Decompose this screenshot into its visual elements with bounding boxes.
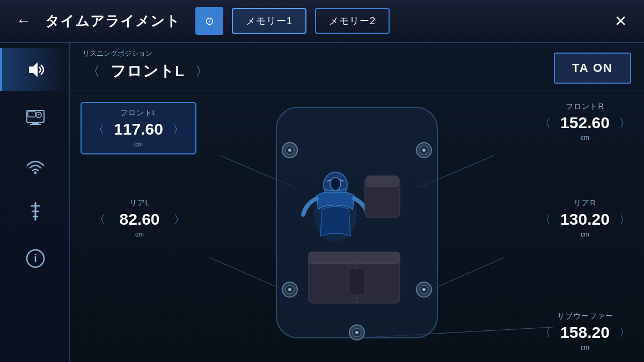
front-l-increase[interactable]: 〉 xyxy=(170,121,187,138)
front-l-decrease[interactable]: 〈 xyxy=(90,121,107,138)
rear-l-decrease[interactable]: 〈 xyxy=(91,211,108,228)
tools-icon xyxy=(25,201,46,222)
svg-point-38 xyxy=(330,178,341,190)
listening-prev-arrow[interactable]: 〈 xyxy=(83,61,104,82)
svg-point-23 xyxy=(288,149,291,152)
close-button[interactable]: ✕ xyxy=(608,8,633,34)
memory1-button[interactable]: メモリー1 xyxy=(232,8,306,34)
front-r-value: 152.60 xyxy=(558,114,612,132)
info-icon: i xyxy=(25,248,46,269)
front-r-increase[interactable]: 〉 xyxy=(616,115,633,131)
front-l-unit: cm xyxy=(134,141,143,148)
sidebar-item-wifi[interactable] xyxy=(0,143,69,186)
svg-rect-42 xyxy=(309,252,400,264)
front-r-control: フロントR 〈 152.60 〉 cm xyxy=(537,102,633,142)
rear-l-label: リアL xyxy=(129,198,150,208)
rear-r-unit: cm xyxy=(581,231,589,238)
rear-l-increase[interactable]: 〉 xyxy=(171,211,188,228)
display-icon xyxy=(25,106,46,128)
listening-label: リスニングポジション xyxy=(83,49,213,58)
rear-r-control: リアR 〈 130.20 〉 cm xyxy=(537,198,633,238)
diagram-area: フロントL 〈 117.60 〉 cm フロントR 〈 152.60 〉 cm xyxy=(70,91,644,362)
rear-l-control: リアL 〈 82.60 〉 cm xyxy=(91,198,188,238)
main-layout: i リスニングポジション 〈 フロントL 〉 TA ON xyxy=(0,43,644,362)
subwoofer-label: サブウーファー xyxy=(557,312,613,321)
front-l-label: フロントL xyxy=(120,108,157,118)
front-r-label: フロントR xyxy=(566,102,604,112)
icon-button[interactable]: ⊙ xyxy=(195,7,223,35)
front-l-value: 117.60 xyxy=(112,120,165,138)
sidebar-item-info[interactable]: i xyxy=(0,237,69,280)
subwoofer-control: サブウーファー 〈 158.20 〉 cm xyxy=(537,312,633,351)
sound-icon xyxy=(25,59,46,80)
svg-point-7 xyxy=(34,172,37,174)
sidebar-item-tools[interactable] xyxy=(0,190,69,233)
svg-text:i: i xyxy=(34,253,37,264)
listening-next-arrow[interactable]: 〉 xyxy=(191,61,213,82)
svg-marker-0 xyxy=(29,62,38,77)
sidebar: i xyxy=(0,43,70,362)
rear-r-decrease[interactable]: 〈 xyxy=(537,211,554,228)
car-diagram xyxy=(266,97,448,349)
rear-r-value: 130.20 xyxy=(558,210,612,228)
ta-on-button[interactable]: TA ON xyxy=(554,53,631,84)
svg-rect-6 xyxy=(28,112,35,117)
rear-l-unit: cm xyxy=(135,231,144,238)
subwoofer-decrease[interactable]: 〈 xyxy=(537,324,554,341)
header: ← タイムアライメント ⊙ メモリー1 メモリー2 ✕ xyxy=(0,0,644,43)
subwoofer-increase[interactable]: 〉 xyxy=(616,324,633,341)
svg-rect-40 xyxy=(367,176,398,187)
page-title: タイムアライメント xyxy=(45,12,180,31)
sidebar-item-display[interactable] xyxy=(0,95,69,138)
svg-point-29 xyxy=(288,288,291,291)
sidebar-item-sound[interactable] xyxy=(0,48,69,91)
rear-r-label: リアR xyxy=(574,198,596,208)
svg-point-35 xyxy=(355,331,358,334)
front-r-decrease[interactable]: 〈 xyxy=(537,115,554,131)
svg-point-32 xyxy=(422,288,426,291)
rear-l-value: 82.60 xyxy=(113,210,166,228)
subwoofer-value: 158.20 xyxy=(558,323,612,342)
listening-value: フロントL xyxy=(111,61,185,82)
rear-r-increase[interactable]: 〉 xyxy=(616,211,633,228)
wifi-icon xyxy=(25,153,46,175)
back-button[interactable]: ← xyxy=(11,8,36,34)
front-r-unit: cm xyxy=(581,134,589,142)
svg-point-37 xyxy=(314,188,357,241)
memory2-button[interactable]: メモリー2 xyxy=(315,8,390,34)
svg-point-26 xyxy=(422,149,426,152)
svg-rect-44 xyxy=(349,268,365,295)
front-l-control: フロントL 〈 117.60 〉 cm xyxy=(80,102,196,154)
svg-point-5 xyxy=(38,114,40,116)
subwoofer-unit: cm xyxy=(581,344,589,351)
content-area: リスニングポジション 〈 フロントL 〉 TA ON xyxy=(70,43,644,362)
